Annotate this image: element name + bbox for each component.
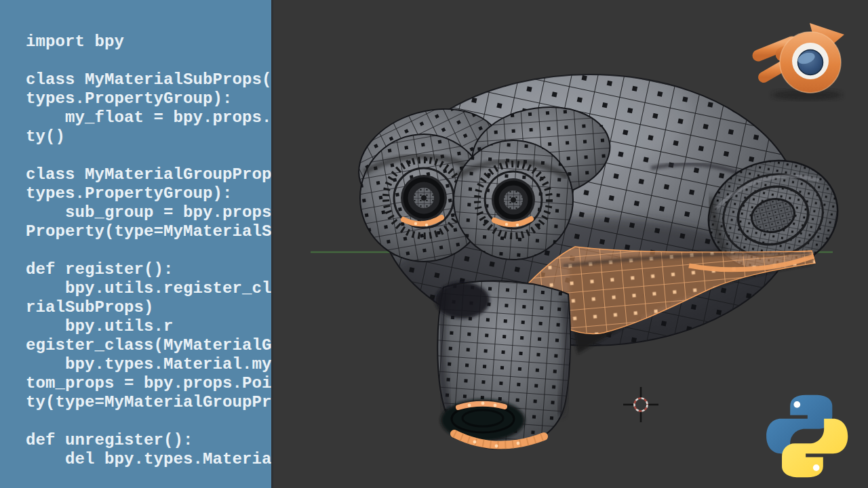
python-logo-icon xyxy=(761,390,852,482)
nose-shadow xyxy=(435,282,490,319)
panel-edge-divider xyxy=(271,0,273,488)
eye-right xyxy=(454,140,573,260)
python-code-text: import bpy class MyMaterialSubProps( typ… xyxy=(26,33,271,469)
blender-logo-icon xyxy=(745,14,853,102)
code-panel: import bpy class MyMaterialSubProps( typ… xyxy=(0,0,271,488)
muzzle xyxy=(435,281,570,449)
thumbnail-stage: import bpy class MyMaterialSubProps( typ… xyxy=(0,0,868,488)
